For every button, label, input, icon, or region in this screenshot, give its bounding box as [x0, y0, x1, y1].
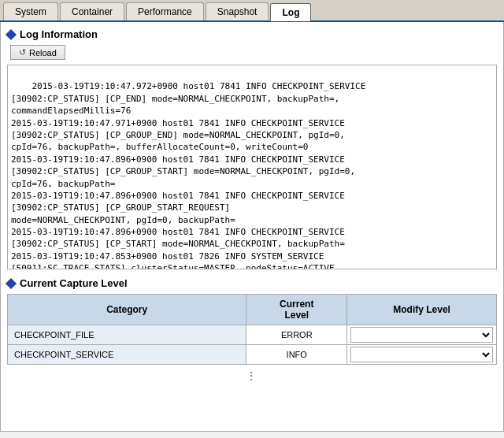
table-row: CHECKPOINT_SERVICE INFO ERROR WARNING IN… [8, 345, 497, 365]
reload-button[interactable]: ↺ Reload [10, 45, 65, 60]
modify-level-cell-2[interactable]: ERROR WARNING INFO DEBUG [347, 345, 497, 365]
capture-section: Current Capture Level Category CurrentLe… [7, 277, 497, 365]
reload-arrow-icon: ↺ [19, 47, 26, 58]
reload-label: Reload [29, 48, 57, 58]
tab-container[interactable]: Container [60, 2, 124, 20]
log-content: 2015-03-19T19:10:47.972+0900 host01 7841… [11, 81, 391, 269]
modify-level-select-2[interactable]: ERROR WARNING INFO DEBUG [350, 347, 493, 362]
diamond-icon [6, 28, 17, 39]
tab-system[interactable]: System [3, 2, 58, 20]
tab-performance[interactable]: Performance [126, 2, 204, 20]
table-header-row: Category CurrentLevel Modify Level [8, 295, 497, 325]
log-section-title: Log Information [20, 28, 98, 40]
current-level-cell-1: ERROR [246, 325, 347, 345]
log-text-area[interactable]: 2015-03-19T19:10:47.972+0900 host01 7841… [7, 65, 497, 269]
tab-bar: System Container Performance Snapshot Lo… [0, 0, 504, 22]
tab-log[interactable]: Log [270, 3, 311, 21]
log-section-header: Log Information [7, 28, 497, 40]
category-cell-2: CHECKPOINT_SERVICE [8, 345, 246, 365]
modify-level-select-1[interactable]: ERROR WARNING INFO DEBUG [350, 327, 493, 343]
table-row: CHECKPOINT_FILE ERROR ERROR WARNING INFO… [8, 325, 497, 345]
modify-level-cell-1[interactable]: ERROR WARNING INFO DEBUG [347, 325, 497, 345]
category-cell-1: CHECKPOINT_FILE [8, 325, 246, 345]
main-content: Log Information ↺ Reload 2015-03-19T19:1… [0, 22, 504, 432]
current-level-cell-2: INFO [246, 345, 347, 365]
ellipsis: ⋮ [7, 365, 497, 387]
tab-snapshot[interactable]: Snapshot [206, 2, 269, 20]
header-current-level: CurrentLevel [246, 295, 347, 325]
capture-section-title: Current Capture Level [20, 277, 128, 289]
capture-table: Category CurrentLevel Modify Level CHECK… [7, 294, 497, 365]
header-modify-level: Modify Level [347, 295, 497, 325]
diamond-icon-2 [6, 277, 17, 288]
capture-section-header: Current Capture Level [7, 277, 497, 289]
header-category: Category [8, 295, 246, 325]
